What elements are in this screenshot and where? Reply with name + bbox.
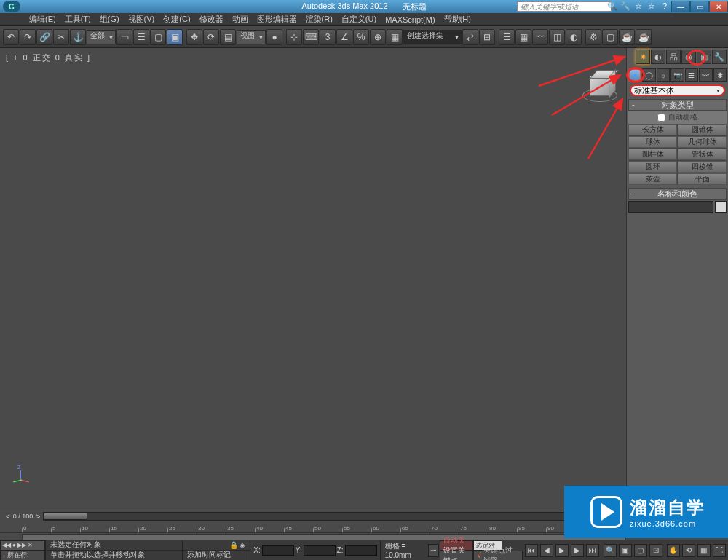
geosphere-button[interactable]: 几何球体 — [678, 136, 727, 148]
undo-button[interactable]: ↶ — [3, 29, 19, 45]
script-icon[interactable]: ◈ — [240, 541, 245, 549]
torus-button[interactable]: 圆环 — [628, 161, 677, 173]
box-button[interactable]: 长方体 — [628, 124, 677, 135]
goto-start-button[interactable]: ⏮ — [525, 544, 538, 557]
search-icon[interactable]: 🔍 — [607, 1, 617, 12]
add-time-tag[interactable]: 添加时间标记 — [183, 551, 250, 561]
snap-toggle-button[interactable]: 3 — [320, 29, 336, 45]
script-close-icon[interactable]: ✕ — [28, 542, 33, 548]
script-prev-icon[interactable]: ◀◀ — [2, 542, 11, 548]
selection-filter-dropdown[interactable]: 全部 — [87, 30, 116, 44]
script-next-icon[interactable]: ▶▶ — [17, 542, 26, 548]
spinner-snap-button[interactable]: ⊕ — [370, 29, 386, 45]
schematic-view-button[interactable]: ◫ — [549, 29, 565, 45]
minimize-button[interactable]: — — [671, 1, 690, 12]
cylinder-button[interactable]: 圆柱体 — [628, 149, 677, 160]
angle-snap-button[interactable]: ∠ — [336, 29, 352, 45]
category-dropdown[interactable]: 标准基本体 — [630, 84, 725, 96]
coord-y-input[interactable] — [304, 545, 336, 556]
name-color-rollout[interactable]: 名称和颜色 — [628, 188, 727, 200]
render-setup-button[interactable]: ⚙ — [585, 29, 601, 45]
object-color-swatch[interactable] — [715, 201, 727, 213]
orbit-button[interactable]: ⟲ — [682, 544, 695, 557]
globe-icon[interactable]: ☆ — [646, 1, 657, 12]
menu-modifiers[interactable]: 修改器 — [199, 14, 223, 25]
modify-tab[interactable]: ◐ — [651, 50, 665, 64]
geometry-subtab[interactable]: ● — [628, 68, 641, 82]
next-frame-button[interactable]: ▶ — [571, 544, 584, 557]
select-region-button[interactable]: ▢ — [150, 29, 166, 45]
menu-tools[interactable]: 工具(T) — [65, 14, 91, 25]
motion-tab[interactable]: ◉ — [681, 50, 696, 64]
auto-grid-checkbox[interactable] — [657, 114, 665, 122]
pivot-button[interactable]: ● — [266, 29, 282, 45]
min-max-button[interactable]: ⛶ — [713, 544, 726, 557]
zoom-region-button[interactable]: ⊡ — [649, 544, 662, 557]
link-button[interactable]: 🔗 — [36, 29, 52, 45]
named-selection-dropdown[interactable]: 创建选择集 — [403, 30, 462, 44]
sphere-button[interactable]: 球体 — [628, 136, 677, 148]
zoom-button[interactable]: 🔍 — [604, 544, 617, 557]
tube-button[interactable]: 管状体 — [678, 149, 727, 160]
window-crossing-button[interactable]: ▣ — [167, 29, 183, 45]
play-button[interactable]: ▶ — [555, 544, 569, 557]
cameras-subtab[interactable]: 📷 — [670, 68, 684, 82]
pan-button[interactable]: ✋ — [667, 544, 680, 557]
help-search-input[interactable]: 键入关键字或短语 — [517, 1, 612, 12]
plane-button[interactable]: 平面 — [678, 173, 727, 185]
menu-help[interactable]: 帮助(H) — [444, 14, 471, 25]
time-slider-handle[interactable] — [44, 513, 87, 520]
menu-group[interactable]: 组(G) — [100, 14, 119, 25]
set-key-button[interactable]: 设置关键点 — [440, 551, 474, 561]
zoom-extents-button[interactable]: ▢ — [634, 544, 647, 557]
menu-edit[interactable]: 编辑(E) — [29, 14, 56, 25]
keyboard-shortcut-button[interactable]: ⌨ — [303, 29, 319, 45]
select-move-button[interactable]: ✥ — [186, 29, 202, 45]
pyramid-button[interactable]: 四棱锥 — [678, 161, 727, 173]
time-slider[interactable] — [43, 512, 626, 521]
display-tab[interactable]: ▣ — [697, 50, 711, 64]
coord-x-input[interactable] — [262, 545, 294, 556]
create-tab[interactable]: ✷ — [636, 50, 650, 64]
ref-coord-dropdown[interactable]: 视图 — [237, 30, 266, 44]
object-name-input[interactable] — [628, 201, 713, 213]
lock-icon[interactable]: 🔒 — [229, 541, 238, 549]
render-iterative-button[interactable]: ☕ — [636, 29, 652, 45]
viewcube[interactable] — [582, 74, 619, 106]
layers-button[interactable]: ☰ — [499, 29, 515, 45]
coord-z-input[interactable] — [345, 545, 377, 556]
cone-button[interactable]: 圆锥体 — [678, 124, 727, 135]
menu-create[interactable]: 创建(C) — [163, 14, 190, 25]
select-manipulate-button[interactable]: ⊹ — [286, 29, 302, 45]
helpers-subtab[interactable]: ☰ — [685, 68, 698, 82]
unlink-button[interactable]: ✂ — [53, 29, 69, 45]
menu-graph-editors[interactable]: 图形编辑器 — [257, 14, 297, 25]
hierarchy-tab[interactable]: 品 — [666, 50, 681, 64]
prev-frame-button[interactable]: ◀ — [540, 544, 553, 557]
close-button[interactable]: ✕ — [709, 1, 728, 12]
shapes-subtab[interactable]: ◯ — [642, 68, 655, 82]
render-production-button[interactable]: ☕ — [619, 29, 635, 45]
redo-button[interactable]: ↷ — [20, 29, 36, 45]
graphite-button[interactable]: ▦ — [515, 29, 531, 45]
key-mode-button[interactable]: ⊸ — [428, 544, 438, 557]
curve-editor-button[interactable]: 〰 — [532, 29, 548, 45]
zoom-all-button[interactable]: ▣ — [619, 544, 632, 557]
viewport[interactable]: [ + 0 正交 0 真实 ] z — [0, 48, 626, 510]
star-icon[interactable]: ☆ — [633, 1, 644, 12]
menu-customize[interactable]: 自定义(U) — [341, 14, 376, 25]
key-filters-button[interactable]: √ 关键点过滤器... — [473, 551, 523, 561]
material-editor-button[interactable]: ◐ — [566, 29, 582, 45]
goto-end-button[interactable]: ⏭ — [586, 544, 599, 557]
maximize-button[interactable]: ▭ — [690, 1, 709, 12]
app-icon[interactable]: G — [3, 1, 20, 12]
systems-subtab[interactable]: ✱ — [713, 68, 727, 82]
script-dot-icon[interactable]: ● — [12, 542, 16, 548]
maximize-viewport-button[interactable]: ▦ — [697, 544, 711, 557]
menu-views[interactable]: 视图(V) — [128, 14, 155, 25]
menu-maxscript[interactable]: MAXScript(M) — [385, 15, 435, 24]
teapot-button[interactable]: 茶壶 — [628, 173, 677, 185]
lights-subtab[interactable]: ☼ — [657, 68, 670, 82]
percent-snap-button[interactable]: % — [353, 29, 369, 45]
help-icon[interactable]: ? — [660, 1, 670, 12]
